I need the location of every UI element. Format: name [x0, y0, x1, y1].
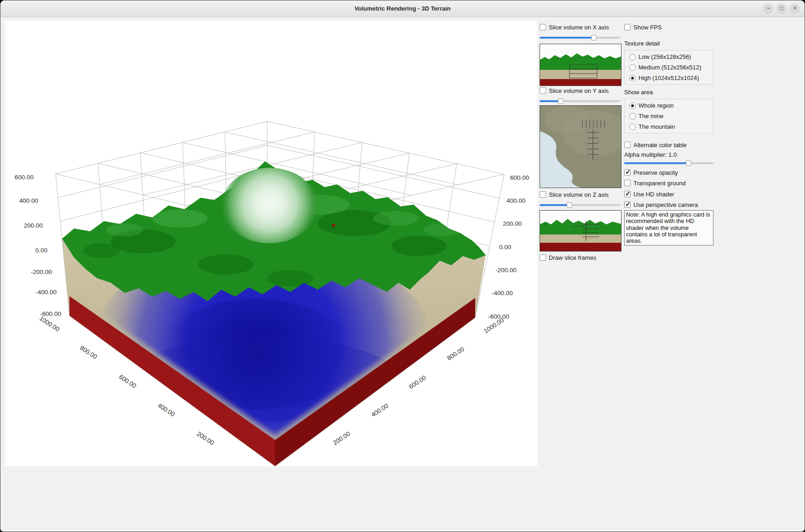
terrain-3d-viewport[interactable]: 600.00 400.00 200.00 0.00 -200.00 -400.0…: [5, 21, 537, 466]
radio-button[interactable]: [629, 54, 636, 60]
axis-tick-label: -200.00: [31, 269, 52, 275]
terrain-volume: [62, 161, 486, 466]
checkbox-box[interactable]: [624, 142, 631, 148]
checkbox-box[interactable]: [624, 201, 631, 208]
axis-tick-label: 1000.00: [38, 315, 61, 333]
checkbox-box[interactable]: [624, 180, 631, 186]
slider-track[interactable]: [624, 162, 713, 164]
axis-tick-label: 600.00: [15, 174, 34, 181]
minimize-icon[interactable]: −: [763, 4, 773, 14]
mountain-peak: [221, 168, 318, 243]
slice-z-checkbox[interactable]: Slice volume on Z axis: [540, 191, 609, 198]
y-axis-labels-left: 600.00 400.00 200.00 0.00 -200.00 -400.0…: [15, 174, 61, 317]
slider-handle[interactable]: [591, 35, 597, 40]
radio-button[interactable]: [629, 103, 636, 109]
axis-tick-label: 800.00: [446, 346, 466, 362]
show-area-group: Whole region The mine The mountain: [624, 99, 713, 133]
slider-fill: [624, 162, 689, 164]
show-fps-checkbox[interactable]: Show FPS: [624, 23, 661, 31]
slice-y-preview: [540, 105, 621, 188]
window-title: Volumetric Rendering - 3D Terrain: [354, 5, 450, 12]
radio-button[interactable]: [629, 124, 636, 130]
axis-tick-label: -400.00: [35, 289, 57, 296]
checkbox-box[interactable]: [624, 24, 631, 30]
slice-z-slider[interactable]: [540, 202, 621, 208]
y-axis-labels-right: 600.00 400.00 200.00 0.00 -200.00 -400.0…: [488, 174, 529, 320]
area-mine-label: The mine: [638, 113, 663, 120]
axis-tick-label: 200.00: [196, 430, 215, 446]
texture-high-label: High (1024x512x1024): [638, 74, 699, 81]
axis-tick-label: 600.00: [510, 174, 529, 181]
axis-tick-label: 400.00: [156, 402, 176, 418]
checkbox-box[interactable]: [624, 169, 631, 176]
slider-track[interactable]: [540, 100, 621, 102]
slice-x-checkbox[interactable]: Slice volume on X axis: [540, 23, 609, 31]
texture-detail-group: Low (256x128x256) Medium (512x256x512) H…: [624, 50, 713, 85]
checkbox-box[interactable]: [540, 254, 546, 261]
alpha-multiplier-slider[interactable]: [624, 160, 713, 166]
axis-tick-label: 400.00: [19, 197, 38, 204]
checkbox-box[interactable]: [540, 24, 546, 30]
slider-track[interactable]: [540, 37, 621, 39]
slider-track[interactable]: [540, 204, 621, 206]
axis-tick-label: 600.00: [118, 373, 138, 389]
draw-slice-frames-checkbox[interactable]: Draw slice frames: [540, 254, 596, 261]
titlebar[interactable]: Volumetric Rendering - 3D Terrain − □ ×: [0, 0, 805, 17]
axis-tick-label: 200.00: [503, 220, 522, 227]
area-whole-region-label: Whole region: [638, 102, 674, 109]
slice-x-slider[interactable]: [540, 34, 621, 41]
axis-tick-label: -400.00: [492, 290, 513, 297]
texture-low-label: Low (256x128x256): [638, 53, 691, 60]
radio-button[interactable]: [629, 113, 636, 120]
axis-tick-label: 600.00: [408, 374, 427, 390]
window-controls: − □ ×: [763, 4, 800, 14]
slider-fill: [540, 37, 594, 39]
alternate-color-table-label: Alternate color table: [633, 142, 687, 149]
preserve-opacity-label: Preserve opacity: [633, 169, 678, 176]
slice-x-label: Slice volume on X axis: [549, 24, 609, 31]
axis-tick-label: 200.00: [24, 222, 43, 229]
area-mine-radio[interactable]: The mine: [629, 113, 708, 120]
axis-tick-label: 400.00: [370, 402, 390, 418]
slider-handle[interactable]: [567, 202, 572, 208]
checkbox-box[interactable]: [540, 191, 546, 198]
slice-y-checkbox[interactable]: Slice volume on Y axis: [540, 87, 609, 94]
slider-handle[interactable]: [558, 98, 564, 104]
slice-y-slider[interactable]: [540, 98, 621, 104]
area-mountain-radio[interactable]: The mountain: [629, 123, 708, 130]
texture-low-radio[interactable]: Low (256x128x256): [629, 53, 708, 60]
show-area-label: Show area: [624, 89, 653, 96]
alternate-color-table-checkbox[interactable]: Alternate color table: [624, 141, 687, 149]
texture-medium-radio[interactable]: Medium (512x256x512): [629, 64, 708, 71]
axis-tick-label: 0.00: [499, 244, 511, 251]
axis-tick-label: 200.00: [332, 430, 351, 446]
terrain-render: 600.00 400.00 200.00 0.00 -200.00 -400.0…: [5, 21, 537, 466]
transparent-ground-checkbox[interactable]: Transparent ground: [624, 179, 686, 187]
radio-button[interactable]: [629, 64, 636, 71]
use-perspective-camera-checkbox[interactable]: Use perspective camera: [624, 201, 698, 208]
close-icon[interactable]: ×: [790, 4, 800, 14]
window-content: 600.00 400.00 200.00 0.00 -200.00 -400.0…: [0, 17, 805, 532]
slice-z-preview-image: [540, 211, 621, 251]
area-whole-region-radio[interactable]: Whole region: [629, 102, 708, 109]
radio-button[interactable]: [629, 75, 636, 81]
axis-tick-label: -200.00: [495, 267, 517, 274]
maximize-icon[interactable]: □: [776, 4, 787, 14]
slider-fill: [540, 100, 561, 102]
slice-x-preview: [540, 44, 621, 86]
axis-tick-label: 0.00: [35, 247, 47, 254]
checkbox-box[interactable]: [624, 191, 631, 197]
draw-slice-frames-label: Draw slice frames: [549, 254, 596, 261]
use-hd-shader-checkbox[interactable]: Use HD shader: [624, 190, 674, 198]
app-window: Volumetric Rendering - 3D Terrain − □ ×: [0, 0, 805, 532]
transparent-ground-label: Transparent ground: [633, 180, 686, 187]
slice-z-label: Slice volume on Z axis: [549, 191, 609, 198]
texture-high-radio[interactable]: High (1024x512x1024): [629, 74, 708, 81]
slice-y-preview-image: [540, 106, 621, 188]
slider-handle[interactable]: [686, 160, 691, 166]
note-text: Note: A high end graphics card is recomm…: [624, 210, 713, 246]
preserve-opacity-checkbox[interactable]: Preserve opacity: [624, 169, 678, 176]
use-perspective-camera-label: Use perspective camera: [633, 201, 698, 208]
axis-tick-label: 800.00: [79, 344, 98, 360]
checkbox-box[interactable]: [540, 87, 546, 94]
